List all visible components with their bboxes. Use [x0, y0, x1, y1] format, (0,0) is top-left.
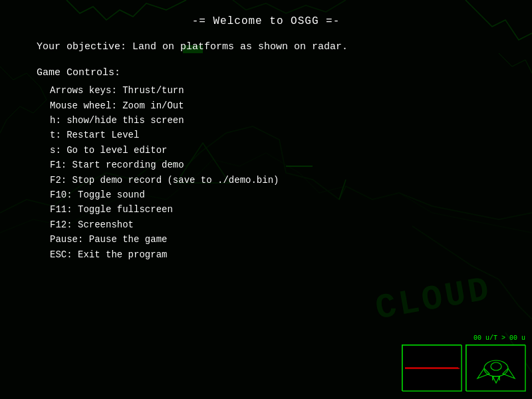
help-objective: Your objective: Land on platforms as sho…: [37, 39, 495, 55]
control-item: Mouse wheel: Zoom in/Out: [50, 98, 495, 113]
control-item: F10: Toggle sound: [50, 188, 495, 202]
hud-labels: 00 u/T > 00 u: [473, 334, 525, 342]
hud-label-right: > 00 u: [501, 334, 525, 342]
hud-label-left: 00 u/T: [473, 334, 497, 342]
control-item: Arrows keys: Thrust/turn: [50, 83, 495, 98]
control-item: s: Go to level editor: [50, 143, 495, 158]
control-item: F12: Screenshot: [50, 217, 495, 232]
help-title: -= Welcome to OSGG =-: [37, 13, 495, 30]
control-item: t: Restart Level: [50, 128, 495, 142]
controls-list: Arrows keys: Thrust/turnMouse wheel: Zoo…: [37, 83, 495, 262]
control-item: F1: Start recording demo: [50, 158, 495, 172]
controls-header: Game Controls:: [37, 65, 495, 80]
control-item: h: show/hide this screen: [50, 113, 495, 128]
control-item: F2: Stop demo record (save to ./demo.bin…: [50, 173, 495, 188]
help-screen: -= Welcome to OSGG =- Your objective: La…: [37, 13, 495, 262]
hud-panels: [402, 344, 525, 391]
hud: 00 u/T > 00 u: [402, 334, 525, 391]
control-item: Pause: Pause the game: [50, 232, 495, 247]
control-item: F11: Toggle fullscreen: [50, 202, 495, 217]
control-item: ESC: Exit the program: [50, 247, 495, 262]
svg-rect-7: [466, 345, 526, 392]
hud-ship-panel: [466, 344, 525, 391]
hud-radar-panel: [402, 344, 462, 391]
